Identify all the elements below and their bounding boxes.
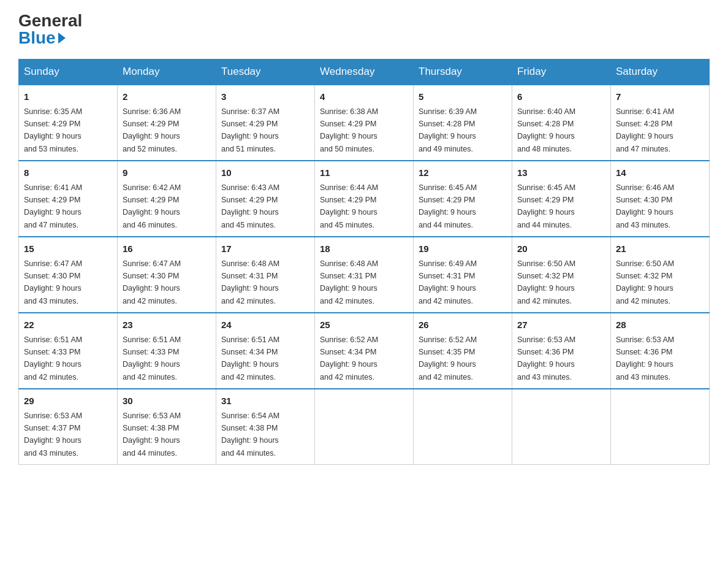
day-number: 26 bbox=[419, 318, 507, 332]
header-row: SundayMondayTuesdayWednesdayThursdayFrid… bbox=[19, 59, 710, 85]
day-info: Sunrise: 6:43 AMSunset: 4:29 PMDaylight:… bbox=[221, 183, 279, 229]
day-info: Sunrise: 6:48 AMSunset: 4:31 PMDaylight:… bbox=[320, 259, 378, 305]
day-number: 4 bbox=[320, 90, 408, 104]
calendar-cell: 2 Sunrise: 6:36 AMSunset: 4:29 PMDayligh… bbox=[118, 85, 216, 161]
calendar-cell: 3 Sunrise: 6:37 AMSunset: 4:29 PMDayligh… bbox=[216, 85, 315, 161]
calendar-cell: 11 Sunrise: 6:44 AMSunset: 4:29 PMDaylig… bbox=[315, 161, 414, 237]
day-number: 12 bbox=[419, 166, 507, 180]
day-info: Sunrise: 6:37 AMSunset: 4:29 PMDaylight:… bbox=[221, 107, 279, 153]
day-info: Sunrise: 6:36 AMSunset: 4:29 PMDaylight:… bbox=[123, 107, 181, 153]
day-info: Sunrise: 6:45 AMSunset: 4:29 PMDaylight:… bbox=[419, 183, 477, 229]
day-info: Sunrise: 6:53 AMSunset: 4:36 PMDaylight:… bbox=[517, 335, 575, 381]
calendar-cell: 19 Sunrise: 6:49 AMSunset: 4:31 PMDaylig… bbox=[414, 237, 512, 313]
calendar-cell: 6 Sunrise: 6:40 AMSunset: 4:28 PMDayligh… bbox=[512, 85, 611, 161]
calendar-cell: 28 Sunrise: 6:53 AMSunset: 4:36 PMDaylig… bbox=[611, 313, 710, 389]
day-number: 13 bbox=[517, 166, 605, 180]
calendar-cell: 31 Sunrise: 6:54 AMSunset: 4:38 PMDaylig… bbox=[216, 389, 315, 465]
day-number: 14 bbox=[616, 166, 704, 180]
week-row-2: 8 Sunrise: 6:41 AMSunset: 4:29 PMDayligh… bbox=[19, 161, 710, 237]
day-info: Sunrise: 6:52 AMSunset: 4:34 PMDaylight:… bbox=[320, 335, 378, 381]
day-number: 17 bbox=[221, 242, 309, 256]
calendar-cell: 8 Sunrise: 6:41 AMSunset: 4:29 PMDayligh… bbox=[19, 161, 118, 237]
calendar-cell: 23 Sunrise: 6:51 AMSunset: 4:33 PMDaylig… bbox=[118, 313, 216, 389]
logo: General Blue bbox=[18, 12, 82, 47]
day-info: Sunrise: 6:41 AMSunset: 4:29 PMDaylight:… bbox=[24, 183, 82, 229]
week-row-5: 29 Sunrise: 6:53 AMSunset: 4:37 PMDaylig… bbox=[19, 389, 710, 465]
day-number: 24 bbox=[221, 318, 309, 332]
header-friday: Friday bbox=[512, 59, 611, 85]
calendar-table: SundayMondayTuesdayWednesdayThursdayFrid… bbox=[18, 59, 710, 465]
calendar-cell: 26 Sunrise: 6:52 AMSunset: 4:35 PMDaylig… bbox=[414, 313, 512, 389]
calendar-cell: 16 Sunrise: 6:47 AMSunset: 4:30 PMDaylig… bbox=[118, 237, 216, 313]
week-row-3: 15 Sunrise: 6:47 AMSunset: 4:30 PMDaylig… bbox=[19, 237, 710, 313]
page-header: General Blue bbox=[18, 12, 710, 47]
day-info: Sunrise: 6:38 AMSunset: 4:29 PMDaylight:… bbox=[320, 107, 378, 153]
day-number: 9 bbox=[123, 166, 211, 180]
day-info: Sunrise: 6:51 AMSunset: 4:33 PMDaylight:… bbox=[123, 335, 181, 381]
day-number: 2 bbox=[123, 90, 211, 104]
day-info: Sunrise: 6:54 AMSunset: 4:38 PMDaylight:… bbox=[221, 412, 279, 458]
logo-general-text: General bbox=[18, 12, 82, 29]
day-info: Sunrise: 6:50 AMSunset: 4:32 PMDaylight:… bbox=[616, 259, 674, 305]
calendar-cell: 10 Sunrise: 6:43 AMSunset: 4:29 PMDaylig… bbox=[216, 161, 315, 237]
day-info: Sunrise: 6:39 AMSunset: 4:28 PMDaylight:… bbox=[419, 107, 477, 153]
day-number: 8 bbox=[24, 166, 112, 180]
day-number: 29 bbox=[24, 394, 112, 408]
calendar-cell bbox=[414, 389, 512, 465]
day-number: 11 bbox=[320, 166, 408, 180]
day-number: 3 bbox=[221, 90, 309, 104]
calendar-cell: 27 Sunrise: 6:53 AMSunset: 4:36 PMDaylig… bbox=[512, 313, 611, 389]
day-info: Sunrise: 6:53 AMSunset: 4:36 PMDaylight:… bbox=[616, 335, 674, 381]
day-number: 16 bbox=[123, 242, 211, 256]
header-saturday: Saturday bbox=[611, 59, 710, 85]
header-sunday: Sunday bbox=[19, 59, 118, 85]
day-number: 6 bbox=[517, 90, 605, 104]
calendar-cell bbox=[611, 389, 710, 465]
day-number: 19 bbox=[419, 242, 507, 256]
day-info: Sunrise: 6:51 AMSunset: 4:33 PMDaylight:… bbox=[24, 335, 82, 381]
day-info: Sunrise: 6:41 AMSunset: 4:28 PMDaylight:… bbox=[616, 107, 674, 153]
day-info: Sunrise: 6:50 AMSunset: 4:32 PMDaylight:… bbox=[517, 259, 575, 305]
calendar-cell: 17 Sunrise: 6:48 AMSunset: 4:31 PMDaylig… bbox=[216, 237, 315, 313]
day-info: Sunrise: 6:47 AMSunset: 4:30 PMDaylight:… bbox=[24, 259, 82, 305]
calendar-cell bbox=[315, 389, 414, 465]
header-thursday: Thursday bbox=[414, 59, 512, 85]
day-info: Sunrise: 6:35 AMSunset: 4:29 PMDaylight:… bbox=[24, 107, 82, 153]
day-number: 7 bbox=[616, 90, 704, 104]
calendar-cell: 14 Sunrise: 6:46 AMSunset: 4:30 PMDaylig… bbox=[611, 161, 710, 237]
day-info: Sunrise: 6:47 AMSunset: 4:30 PMDaylight:… bbox=[123, 259, 181, 305]
calendar-cell: 18 Sunrise: 6:48 AMSunset: 4:31 PMDaylig… bbox=[315, 237, 414, 313]
calendar-cell: 5 Sunrise: 6:39 AMSunset: 4:28 PMDayligh… bbox=[414, 85, 512, 161]
day-info: Sunrise: 6:53 AMSunset: 4:38 PMDaylight:… bbox=[123, 412, 181, 458]
header-tuesday: Tuesday bbox=[216, 59, 315, 85]
calendar-cell: 22 Sunrise: 6:51 AMSunset: 4:33 PMDaylig… bbox=[19, 313, 118, 389]
day-info: Sunrise: 6:52 AMSunset: 4:35 PMDaylight:… bbox=[419, 335, 477, 381]
day-number: 27 bbox=[517, 318, 605, 332]
day-number: 23 bbox=[123, 318, 211, 332]
calendar-cell bbox=[512, 389, 611, 465]
day-info: Sunrise: 6:40 AMSunset: 4:28 PMDaylight:… bbox=[517, 107, 575, 153]
header-monday: Monday bbox=[118, 59, 216, 85]
day-number: 30 bbox=[123, 394, 211, 408]
day-info: Sunrise: 6:46 AMSunset: 4:30 PMDaylight:… bbox=[616, 183, 674, 229]
day-info: Sunrise: 6:45 AMSunset: 4:29 PMDaylight:… bbox=[517, 183, 575, 229]
day-info: Sunrise: 6:49 AMSunset: 4:31 PMDaylight:… bbox=[419, 259, 477, 305]
logo-triangle-icon bbox=[58, 33, 66, 44]
day-info: Sunrise: 6:42 AMSunset: 4:29 PMDaylight:… bbox=[123, 183, 181, 229]
day-number: 18 bbox=[320, 242, 408, 256]
week-row-1: 1 Sunrise: 6:35 AMSunset: 4:29 PMDayligh… bbox=[19, 85, 710, 161]
day-number: 15 bbox=[24, 242, 112, 256]
day-number: 20 bbox=[517, 242, 605, 256]
day-number: 5 bbox=[419, 90, 507, 104]
calendar-cell: 30 Sunrise: 6:53 AMSunset: 4:38 PMDaylig… bbox=[118, 389, 216, 465]
calendar-cell: 15 Sunrise: 6:47 AMSunset: 4:30 PMDaylig… bbox=[19, 237, 118, 313]
calendar-cell: 7 Sunrise: 6:41 AMSunset: 4:28 PMDayligh… bbox=[611, 85, 710, 161]
logo-blue-text: Blue bbox=[18, 29, 66, 47]
day-number: 21 bbox=[616, 242, 704, 256]
calendar-cell: 20 Sunrise: 6:50 AMSunset: 4:32 PMDaylig… bbox=[512, 237, 611, 313]
calendar-cell: 13 Sunrise: 6:45 AMSunset: 4:29 PMDaylig… bbox=[512, 161, 611, 237]
day-number: 1 bbox=[24, 90, 112, 104]
calendar-cell: 21 Sunrise: 6:50 AMSunset: 4:32 PMDaylig… bbox=[611, 237, 710, 313]
day-info: Sunrise: 6:51 AMSunset: 4:34 PMDaylight:… bbox=[221, 335, 279, 381]
calendar-cell: 29 Sunrise: 6:53 AMSunset: 4:37 PMDaylig… bbox=[19, 389, 118, 465]
